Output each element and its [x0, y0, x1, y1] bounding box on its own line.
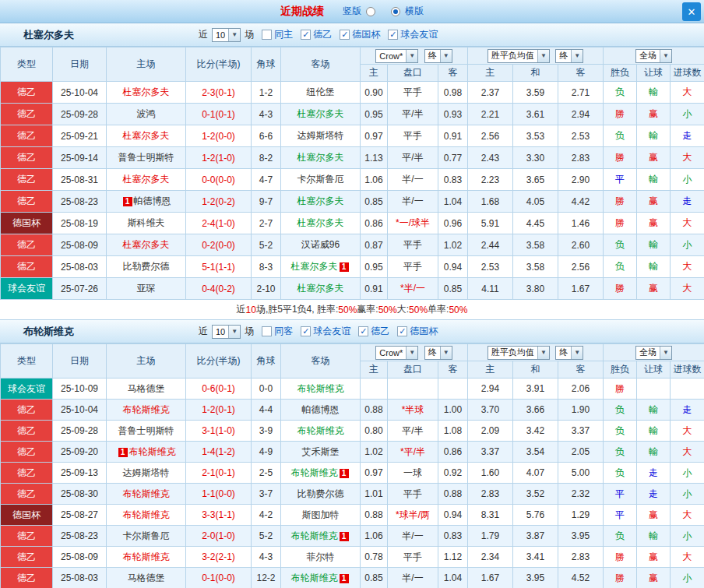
- competition-badge: 德乙: [1, 256, 53, 278]
- match-date: 25-08-09: [53, 547, 107, 568]
- match-row: 德乙 25-08-09 布轮斯维克 3-2(2-1) 4-3 菲尔特 0.78 …: [1, 547, 704, 568]
- odds-source-select[interactable]: Crow*▼: [375, 346, 418, 360]
- avg-stage-select[interactable]: 终▼: [555, 346, 583, 360]
- avg-odds-select[interactable]: 胜平负均值▼: [488, 346, 550, 360]
- competition-badge: 德乙: [1, 125, 53, 147]
- summary-segment: , 胜率:: [312, 303, 338, 316]
- checkbox-same-away[interactable]: [262, 326, 272, 336]
- result-handicap: 輸: [637, 82, 671, 104]
- home-team: 斯科维夫: [107, 213, 186, 234]
- ah-away-odds: 0.77: [438, 147, 468, 169]
- score: 3-3(1-1): [186, 505, 252, 526]
- checkbox-same-home[interactable]: [262, 30, 272, 40]
- ah-away-odds: 1.04: [438, 191, 468, 213]
- close-button[interactable]: ✕: [682, 2, 701, 21]
- corners: 0-0: [252, 379, 281, 400]
- team-name-text: 马格德堡: [128, 383, 165, 394]
- summary-segment: 场,: [256, 303, 268, 316]
- titlebar: 近期战绩 竖版 横版 ✕: [0, 0, 704, 23]
- col-type: 类型: [1, 344, 53, 379]
- odds-home-win: 1.67: [468, 568, 513, 588]
- corners: 4-7: [252, 169, 281, 191]
- checkbox-league-3[interactable]: ✓: [388, 30, 398, 40]
- asian-odds-header: Crow*▼ 终▼: [361, 48, 468, 65]
- match-date: 25-09-21: [53, 125, 107, 147]
- result-handicap: 輸: [637, 442, 671, 463]
- chevron-down-icon: ▼: [440, 50, 452, 62]
- match-count-select[interactable]: 10▼: [212, 325, 241, 339]
- score: 0-1(0-1): [186, 104, 252, 125]
- match-date: 25-08-23: [53, 526, 107, 547]
- match-date: 25-08-03: [53, 568, 107, 588]
- checkbox-league-3[interactable]: ✓: [397, 326, 407, 336]
- odds-source-select[interactable]: Crow*▼: [375, 49, 418, 63]
- home-team: 1布轮斯维克: [107, 442, 186, 463]
- chevron-down-icon: ▼: [228, 29, 240, 41]
- score: 3-2(2-1): [186, 547, 252, 568]
- away-team: 纽伦堡: [281, 82, 361, 104]
- scope-select[interactable]: 全场▼: [635, 49, 672, 63]
- result-wdl: 勝: [604, 191, 637, 213]
- avg-odds-select[interactable]: 胜平负均值▼: [488, 49, 550, 63]
- team-name-text: 达姆斯塔特: [123, 467, 170, 478]
- odds-draw: 3.42: [513, 421, 558, 442]
- ah-away-odds: 0.93: [438, 104, 468, 125]
- horizontal-layout-radio[interactable]: [391, 7, 400, 16]
- odds-home-win: 1.79: [468, 526, 513, 547]
- away-team: 比勒费尔德: [281, 484, 361, 505]
- result-wdl: 负: [604, 234, 637, 256]
- result-goals: [671, 379, 704, 400]
- corners: 8-3: [252, 256, 281, 278]
- odds-stage-select[interactable]: 终▼: [424, 346, 452, 360]
- score: 0-6(0-1): [186, 379, 252, 400]
- checkbox-league-1[interactable]: ✓: [301, 326, 311, 336]
- checkbox-league-2[interactable]: ✓: [358, 326, 368, 336]
- match-count-select[interactable]: 10▼: [212, 28, 241, 42]
- score: 0-1(0-0): [186, 568, 252, 588]
- result-goals: 小: [671, 484, 704, 505]
- filter-controls: 近 10▼ 场 同主 ✓ 德乙 ✓ 德国杯 ✓ 球会友谊: [199, 28, 438, 42]
- col-ah-away: 客: [438, 361, 468, 379]
- checkbox-label: 球会友谊: [313, 325, 350, 338]
- score: 2-4(1-0): [186, 213, 252, 234]
- col-corner: 角球: [252, 48, 281, 82]
- odds-stage-select[interactable]: 终▼: [424, 49, 452, 63]
- away-team: 帕德博恩: [281, 400, 361, 421]
- score: 1-2(1-0): [186, 147, 252, 169]
- corners: 4-4: [252, 400, 281, 421]
- competition-badge: 德乙: [1, 442, 53, 463]
- scope-select[interactable]: 全场▼: [635, 346, 672, 360]
- ah-home-odds: 0.91: [361, 278, 388, 300]
- vertical-layout-radio[interactable]: [366, 7, 375, 16]
- ah-away-odds: 0.91: [438, 125, 468, 147]
- red-card-badge: 1: [340, 469, 349, 478]
- odds-draw: 3.80: [513, 278, 558, 300]
- ah-home-odds: 0.85: [361, 568, 388, 588]
- chevron-down-icon: ▼: [228, 326, 240, 338]
- col-handicap: 让球: [637, 65, 671, 82]
- away-team: 杜塞尔多夫: [281, 213, 361, 234]
- ah-line: 平手: [388, 484, 438, 505]
- away-team: 杜塞尔多夫: [281, 104, 361, 125]
- match-row: 德乙 25-09-13 达姆斯塔特 2-1(0-1) 2-5 布轮斯维克1 0.…: [1, 463, 704, 484]
- ah-line: 半/一: [388, 568, 438, 588]
- ah-line: *半/一: [388, 278, 438, 300]
- away-team: 布轮斯维克1: [281, 463, 361, 484]
- ah-away-odds: 1.04: [438, 568, 468, 588]
- away-team: 汉诺威96: [281, 234, 361, 256]
- team-name-text: 卡尔斯鲁厄: [297, 174, 344, 185]
- team-name-text: 纽伦堡: [307, 86, 335, 97]
- score: 1-1(0-0): [186, 484, 252, 505]
- team-name-text: 斯科维夫: [128, 217, 165, 228]
- checkbox-league-2[interactable]: ✓: [340, 30, 350, 40]
- team-name: 杜塞尔多夫: [0, 28, 199, 42]
- matches-label: 场: [245, 28, 254, 41]
- score: 1-2(0-2): [186, 191, 252, 213]
- odds-draw: 3.30: [513, 147, 558, 169]
- ah-home-odds: 0.90: [361, 82, 388, 104]
- checkbox-league-1[interactable]: ✓: [301, 30, 311, 40]
- avg-stage-select[interactable]: 终▼: [555, 49, 583, 63]
- summary-segment: 赢率:: [357, 303, 378, 316]
- team-name-text: 帕德博恩: [134, 195, 171, 206]
- ah-away-odds: 1.00: [438, 400, 468, 421]
